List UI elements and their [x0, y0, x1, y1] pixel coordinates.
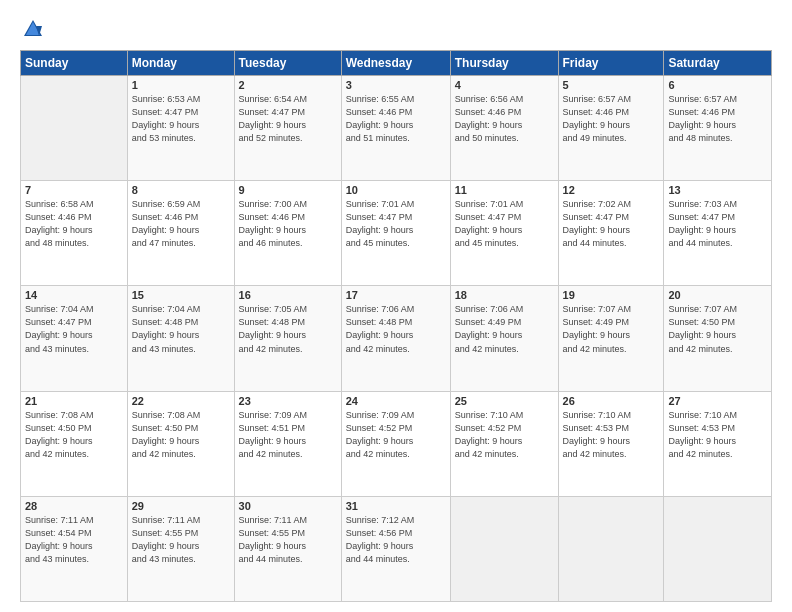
dow-header-thursday: Thursday: [450, 51, 558, 76]
day-number: 18: [455, 289, 554, 301]
dow-header-wednesday: Wednesday: [341, 51, 450, 76]
day-detail: Sunrise: 7:06 AM Sunset: 4:49 PM Dayligh…: [455, 303, 554, 355]
day-number: 24: [346, 395, 446, 407]
day-number: 10: [346, 184, 446, 196]
day-number: 30: [239, 500, 337, 512]
day-detail: Sunrise: 7:09 AM Sunset: 4:51 PM Dayligh…: [239, 409, 337, 461]
day-number: 21: [25, 395, 123, 407]
calendar-cell: 28Sunrise: 7:11 AM Sunset: 4:54 PM Dayli…: [21, 496, 128, 601]
calendar-cell: 11Sunrise: 7:01 AM Sunset: 4:47 PM Dayli…: [450, 181, 558, 286]
day-number: 8: [132, 184, 230, 196]
day-detail: Sunrise: 7:10 AM Sunset: 4:53 PM Dayligh…: [668, 409, 767, 461]
day-detail: Sunrise: 7:02 AM Sunset: 4:47 PM Dayligh…: [563, 198, 660, 250]
week-row-5: 28Sunrise: 7:11 AM Sunset: 4:54 PM Dayli…: [21, 496, 772, 601]
calendar-cell: 23Sunrise: 7:09 AM Sunset: 4:51 PM Dayli…: [234, 391, 341, 496]
calendar-cell: 24Sunrise: 7:09 AM Sunset: 4:52 PM Dayli…: [341, 391, 450, 496]
day-number: 26: [563, 395, 660, 407]
day-number: 6: [668, 79, 767, 91]
day-number: 11: [455, 184, 554, 196]
day-number: 31: [346, 500, 446, 512]
day-detail: Sunrise: 7:04 AM Sunset: 4:48 PM Dayligh…: [132, 303, 230, 355]
day-detail: Sunrise: 7:01 AM Sunset: 4:47 PM Dayligh…: [455, 198, 554, 250]
day-number: 20: [668, 289, 767, 301]
calendar-cell: 10Sunrise: 7:01 AM Sunset: 4:47 PM Dayli…: [341, 181, 450, 286]
day-detail: Sunrise: 6:54 AM Sunset: 4:47 PM Dayligh…: [239, 93, 337, 145]
dow-header-tuesday: Tuesday: [234, 51, 341, 76]
day-detail: Sunrise: 7:07 AM Sunset: 4:50 PM Dayligh…: [668, 303, 767, 355]
logo-icon: [22, 18, 44, 40]
day-number: 23: [239, 395, 337, 407]
day-number: 9: [239, 184, 337, 196]
calendar-cell: [558, 496, 664, 601]
day-number: 25: [455, 395, 554, 407]
calendar-cell: [664, 496, 772, 601]
day-of-week-row: SundayMondayTuesdayWednesdayThursdayFrid…: [21, 51, 772, 76]
calendar-cell: 7Sunrise: 6:58 AM Sunset: 4:46 PM Daylig…: [21, 181, 128, 286]
day-detail: Sunrise: 7:07 AM Sunset: 4:49 PM Dayligh…: [563, 303, 660, 355]
calendar-cell: 27Sunrise: 7:10 AM Sunset: 4:53 PM Dayli…: [664, 391, 772, 496]
day-number: 28: [25, 500, 123, 512]
day-number: 22: [132, 395, 230, 407]
day-number: 12: [563, 184, 660, 196]
day-number: 4: [455, 79, 554, 91]
day-number: 7: [25, 184, 123, 196]
calendar-cell: 4Sunrise: 6:56 AM Sunset: 4:46 PM Daylig…: [450, 76, 558, 181]
week-row-4: 21Sunrise: 7:08 AM Sunset: 4:50 PM Dayli…: [21, 391, 772, 496]
day-detail: Sunrise: 7:11 AM Sunset: 4:55 PM Dayligh…: [239, 514, 337, 566]
calendar-cell: 2Sunrise: 6:54 AM Sunset: 4:47 PM Daylig…: [234, 76, 341, 181]
day-detail: Sunrise: 6:55 AM Sunset: 4:46 PM Dayligh…: [346, 93, 446, 145]
calendar-cell: 5Sunrise: 6:57 AM Sunset: 4:46 PM Daylig…: [558, 76, 664, 181]
calendar-cell: 29Sunrise: 7:11 AM Sunset: 4:55 PM Dayli…: [127, 496, 234, 601]
calendar-cell: 31Sunrise: 7:12 AM Sunset: 4:56 PM Dayli…: [341, 496, 450, 601]
calendar-table: SundayMondayTuesdayWednesdayThursdayFrid…: [20, 50, 772, 602]
day-detail: Sunrise: 7:11 AM Sunset: 4:55 PM Dayligh…: [132, 514, 230, 566]
calendar-cell: [21, 76, 128, 181]
day-number: 3: [346, 79, 446, 91]
dow-header-friday: Friday: [558, 51, 664, 76]
day-detail: Sunrise: 7:09 AM Sunset: 4:52 PM Dayligh…: [346, 409, 446, 461]
calendar-body: 1Sunrise: 6:53 AM Sunset: 4:47 PM Daylig…: [21, 76, 772, 602]
dow-header-saturday: Saturday: [664, 51, 772, 76]
day-detail: Sunrise: 7:12 AM Sunset: 4:56 PM Dayligh…: [346, 514, 446, 566]
calendar-cell: 25Sunrise: 7:10 AM Sunset: 4:52 PM Dayli…: [450, 391, 558, 496]
day-number: 5: [563, 79, 660, 91]
day-detail: Sunrise: 7:11 AM Sunset: 4:54 PM Dayligh…: [25, 514, 123, 566]
calendar-cell: 21Sunrise: 7:08 AM Sunset: 4:50 PM Dayli…: [21, 391, 128, 496]
calendar-cell: 8Sunrise: 6:59 AM Sunset: 4:46 PM Daylig…: [127, 181, 234, 286]
day-detail: Sunrise: 7:03 AM Sunset: 4:47 PM Dayligh…: [668, 198, 767, 250]
calendar-cell: 13Sunrise: 7:03 AM Sunset: 4:47 PM Dayli…: [664, 181, 772, 286]
calendar-cell: 14Sunrise: 7:04 AM Sunset: 4:47 PM Dayli…: [21, 286, 128, 391]
calendar-cell: 16Sunrise: 7:05 AM Sunset: 4:48 PM Dayli…: [234, 286, 341, 391]
calendar-cell: 3Sunrise: 6:55 AM Sunset: 4:46 PM Daylig…: [341, 76, 450, 181]
day-detail: Sunrise: 6:53 AM Sunset: 4:47 PM Dayligh…: [132, 93, 230, 145]
day-detail: Sunrise: 7:10 AM Sunset: 4:53 PM Dayligh…: [563, 409, 660, 461]
calendar-cell: 22Sunrise: 7:08 AM Sunset: 4:50 PM Dayli…: [127, 391, 234, 496]
day-number: 14: [25, 289, 123, 301]
calendar-cell: 12Sunrise: 7:02 AM Sunset: 4:47 PM Dayli…: [558, 181, 664, 286]
day-number: 27: [668, 395, 767, 407]
calendar-cell: [450, 496, 558, 601]
calendar-cell: 6Sunrise: 6:57 AM Sunset: 4:46 PM Daylig…: [664, 76, 772, 181]
day-detail: Sunrise: 7:05 AM Sunset: 4:48 PM Dayligh…: [239, 303, 337, 355]
day-detail: Sunrise: 7:08 AM Sunset: 4:50 PM Dayligh…: [132, 409, 230, 461]
day-detail: Sunrise: 6:59 AM Sunset: 4:46 PM Dayligh…: [132, 198, 230, 250]
day-detail: Sunrise: 7:06 AM Sunset: 4:48 PM Dayligh…: [346, 303, 446, 355]
calendar-cell: 30Sunrise: 7:11 AM Sunset: 4:55 PM Dayli…: [234, 496, 341, 601]
day-detail: Sunrise: 7:10 AM Sunset: 4:52 PM Dayligh…: [455, 409, 554, 461]
day-number: 29: [132, 500, 230, 512]
calendar-cell: 18Sunrise: 7:06 AM Sunset: 4:49 PM Dayli…: [450, 286, 558, 391]
calendar-cell: 15Sunrise: 7:04 AM Sunset: 4:48 PM Dayli…: [127, 286, 234, 391]
dow-header-monday: Monday: [127, 51, 234, 76]
day-detail: Sunrise: 6:56 AM Sunset: 4:46 PM Dayligh…: [455, 93, 554, 145]
logo: [20, 18, 44, 40]
day-detail: Sunrise: 6:57 AM Sunset: 4:46 PM Dayligh…: [668, 93, 767, 145]
day-detail: Sunrise: 6:57 AM Sunset: 4:46 PM Dayligh…: [563, 93, 660, 145]
week-row-2: 7Sunrise: 6:58 AM Sunset: 4:46 PM Daylig…: [21, 181, 772, 286]
day-detail: Sunrise: 7:01 AM Sunset: 4:47 PM Dayligh…: [346, 198, 446, 250]
week-row-3: 14Sunrise: 7:04 AM Sunset: 4:47 PM Dayli…: [21, 286, 772, 391]
day-number: 15: [132, 289, 230, 301]
day-number: 1: [132, 79, 230, 91]
dow-header-sunday: Sunday: [21, 51, 128, 76]
day-detail: Sunrise: 6:58 AM Sunset: 4:46 PM Dayligh…: [25, 198, 123, 250]
day-detail: Sunrise: 7:08 AM Sunset: 4:50 PM Dayligh…: [25, 409, 123, 461]
